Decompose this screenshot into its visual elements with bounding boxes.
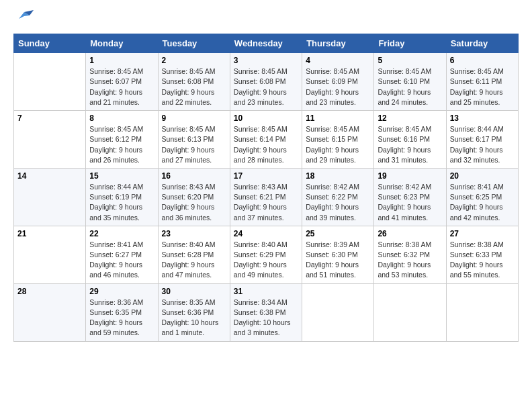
calendar-cell: 28 — [14, 283, 86, 341]
weekday-header-friday: Friday — [374, 34, 446, 53]
day-number: 4 — [306, 56, 370, 65]
calendar-cell: 31Sunrise: 8:34 AMSunset: 6:38 PMDayligh… — [230, 283, 302, 341]
calendar-cell: 26Sunrise: 8:38 AMSunset: 6:32 PMDayligh… — [374, 226, 446, 283]
calendar-cell: 15Sunrise: 8:44 AMSunset: 6:19 PMDayligh… — [86, 168, 158, 226]
day-number: 1 — [89, 56, 154, 65]
calendar-cell: 21 — [14, 226, 86, 283]
day-number: 18 — [306, 171, 370, 181]
day-info: Sunrise: 8:43 AMSunset: 6:20 PMDaylight:… — [162, 182, 226, 223]
day-number: 24 — [234, 229, 298, 238]
day-info: Sunrise: 8:45 AMSunset: 6:11 PMDaylight:… — [450, 66, 515, 107]
day-info: Sunrise: 8:40 AMSunset: 6:28 PMDaylight:… — [162, 240, 226, 281]
calendar-cell — [374, 283, 446, 341]
calendar-cell: 6Sunrise: 8:45 AMSunset: 6:11 PMDaylight… — [446, 53, 518, 111]
calendar-cell: 14 — [14, 168, 86, 226]
day-info: Sunrise: 8:41 AMSunset: 6:27 PMDaylight:… — [89, 240, 154, 281]
day-info: Sunrise: 8:40 AMSunset: 6:29 PMDaylight:… — [234, 240, 298, 281]
logo — [13, 11, 34, 27]
day-info: Sunrise: 8:44 AMSunset: 6:19 PMDaylight:… — [89, 182, 154, 223]
day-info: Sunrise: 8:41 AMSunset: 6:25 PMDaylight:… — [450, 182, 515, 223]
calendar-cell: 9Sunrise: 8:45 AMSunset: 6:13 PMDaylight… — [158, 111, 230, 169]
calendar-cell: 16Sunrise: 8:43 AMSunset: 6:20 PMDayligh… — [158, 168, 230, 226]
calendar-cell — [446, 283, 518, 341]
day-info: Sunrise: 8:38 AMSunset: 6:33 PMDaylight:… — [450, 240, 515, 281]
logo-bird-icon — [15, 7, 34, 26]
day-number: 27 — [450, 229, 515, 238]
weekday-header-sunday: Sunday — [14, 34, 86, 53]
day-info: Sunrise: 8:36 AMSunset: 6:35 PMDaylight:… — [89, 298, 154, 338]
calendar-week-row: 2122Sunrise: 8:41 AMSunset: 6:27 PMDayli… — [14, 226, 519, 283]
day-info: Sunrise: 8:45 AMSunset: 6:09 PMDaylight:… — [306, 66, 370, 107]
day-number: 31 — [234, 287, 298, 296]
day-number: 23 — [162, 229, 226, 238]
day-info: Sunrise: 8:45 AMSunset: 6:16 PMDaylight:… — [378, 124, 442, 165]
calendar-cell: 18Sunrise: 8:42 AMSunset: 6:22 PMDayligh… — [302, 168, 374, 226]
day-number: 19 — [378, 171, 442, 181]
day-info: Sunrise: 8:45 AMSunset: 6:14 PMDaylight:… — [234, 124, 298, 165]
day-number: 2 — [162, 56, 226, 65]
calendar-cell: 27Sunrise: 8:38 AMSunset: 6:33 PMDayligh… — [446, 226, 518, 283]
calendar-cell: 1Sunrise: 8:45 AMSunset: 6:07 PMDaylight… — [86, 53, 158, 111]
weekday-header-wednesday: Wednesday — [230, 34, 302, 53]
day-info: Sunrise: 8:45 AMSunset: 6:07 PMDaylight:… — [89, 66, 154, 107]
weekday-header-monday: Monday — [86, 34, 158, 53]
day-number: 14 — [17, 171, 82, 181]
calendar-cell: 17Sunrise: 8:43 AMSunset: 6:21 PMDayligh… — [230, 168, 302, 226]
calendar-cell: 29Sunrise: 8:36 AMSunset: 6:35 PMDayligh… — [86, 283, 158, 341]
day-number: 16 — [162, 171, 226, 181]
day-number: 28 — [17, 287, 82, 296]
day-number: 15 — [89, 171, 154, 181]
day-info: Sunrise: 8:43 AMSunset: 6:21 PMDaylight:… — [234, 182, 298, 223]
calendar-cell: 13Sunrise: 8:44 AMSunset: 6:17 PMDayligh… — [446, 111, 518, 169]
calendar-week-row: 78Sunrise: 8:45 AMSunset: 6:12 PMDayligh… — [14, 111, 519, 169]
day-number: 7 — [17, 113, 82, 123]
weekday-header-tuesday: Tuesday — [158, 34, 230, 53]
day-number: 12 — [378, 113, 442, 123]
calendar-cell: 22Sunrise: 8:41 AMSunset: 6:27 PMDayligh… — [86, 226, 158, 283]
day-number: 3 — [234, 56, 298, 65]
day-info: Sunrise: 8:45 AMSunset: 6:13 PMDaylight:… — [162, 124, 226, 165]
day-number: 26 — [378, 229, 442, 238]
day-number: 11 — [306, 113, 370, 123]
day-info: Sunrise: 8:45 AMSunset: 6:15 PMDaylight:… — [306, 124, 370, 165]
calendar-cell — [302, 283, 374, 341]
calendar-week-row: 2829Sunrise: 8:36 AMSunset: 6:35 PMDayli… — [14, 283, 519, 341]
calendar-cell: 24Sunrise: 8:40 AMSunset: 6:29 PMDayligh… — [230, 226, 302, 283]
calendar-cell: 11Sunrise: 8:45 AMSunset: 6:15 PMDayligh… — [302, 111, 374, 169]
day-number: 5 — [378, 56, 442, 65]
calendar-cell — [14, 53, 86, 111]
calendar-cell: 3Sunrise: 8:45 AMSunset: 6:08 PMDaylight… — [230, 53, 302, 111]
day-number: 8 — [89, 113, 154, 123]
day-info: Sunrise: 8:42 AMSunset: 6:22 PMDaylight:… — [306, 182, 370, 223]
calendar-cell: 19Sunrise: 8:42 AMSunset: 6:23 PMDayligh… — [374, 168, 446, 226]
calendar-cell: 10Sunrise: 8:45 AMSunset: 6:14 PMDayligh… — [230, 111, 302, 169]
calendar-cell: 30Sunrise: 8:35 AMSunset: 6:36 PMDayligh… — [158, 283, 230, 341]
day-number: 29 — [89, 287, 154, 296]
calendar-cell: 23Sunrise: 8:40 AMSunset: 6:28 PMDayligh… — [158, 226, 230, 283]
calendar-week-row: 1Sunrise: 8:45 AMSunset: 6:07 PMDaylight… — [14, 53, 519, 111]
day-number: 22 — [89, 229, 154, 238]
day-number: 30 — [162, 287, 226, 296]
calendar-cell: 20Sunrise: 8:41 AMSunset: 6:25 PMDayligh… — [446, 168, 518, 226]
day-number: 25 — [306, 229, 370, 238]
day-info: Sunrise: 8:45 AMSunset: 6:12 PMDaylight:… — [89, 124, 154, 165]
calendar-week-row: 1415Sunrise: 8:44 AMSunset: 6:19 PMDayli… — [14, 168, 519, 226]
header — [13, 11, 519, 27]
day-info: Sunrise: 8:34 AMSunset: 6:38 PMDaylight:… — [234, 298, 298, 338]
day-number: 21 — [17, 229, 82, 238]
weekday-header-thursday: Thursday — [302, 34, 374, 53]
weekday-header-row: SundayMondayTuesdayWednesdayThursdayFrid… — [14, 34, 519, 53]
calendar-cell: 25Sunrise: 8:39 AMSunset: 6:30 PMDayligh… — [302, 226, 374, 283]
calendar-cell: 7 — [14, 111, 86, 169]
day-info: Sunrise: 8:35 AMSunset: 6:36 PMDaylight:… — [162, 298, 226, 338]
day-info: Sunrise: 8:45 AMSunset: 6:08 PMDaylight:… — [162, 66, 226, 107]
calendar-cell: 5Sunrise: 8:45 AMSunset: 6:10 PMDaylight… — [374, 53, 446, 111]
day-number: 17 — [234, 171, 298, 181]
day-info: Sunrise: 8:45 AMSunset: 6:08 PMDaylight:… — [234, 66, 298, 107]
day-info: Sunrise: 8:45 AMSunset: 6:10 PMDaylight:… — [378, 66, 442, 107]
day-number: 9 — [162, 113, 226, 123]
calendar-table: SundayMondayTuesdayWednesdayThursdayFrid… — [13, 34, 519, 341]
calendar-cell: 4Sunrise: 8:45 AMSunset: 6:09 PMDaylight… — [302, 53, 374, 111]
calendar-cell: 12Sunrise: 8:45 AMSunset: 6:16 PMDayligh… — [374, 111, 446, 169]
day-info: Sunrise: 8:42 AMSunset: 6:23 PMDaylight:… — [378, 182, 442, 223]
